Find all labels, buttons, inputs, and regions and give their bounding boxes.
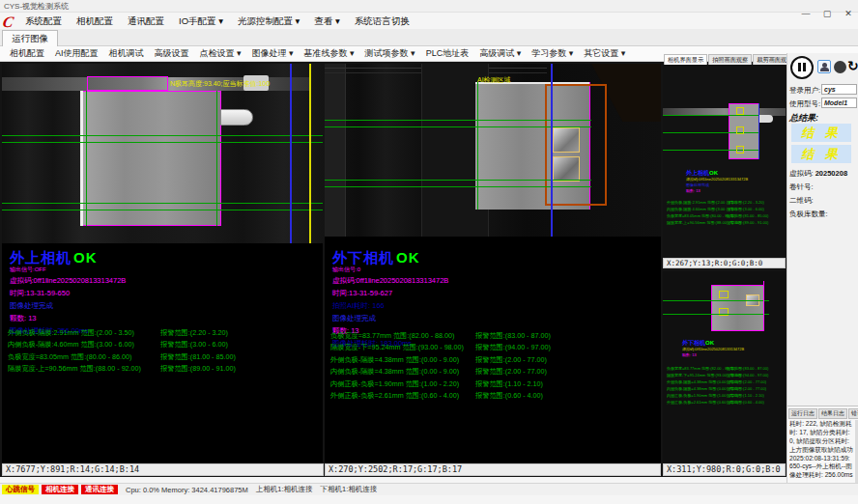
login-user-field[interactable]: cys [821,84,857,95]
overlay-line [663,132,759,133]
electrode-panel-mini [729,103,759,159]
log-tab[interactable]: 运行日志 [788,408,817,419]
process-done-label: 图像处理完成 [332,312,448,324]
measurement-value: 负极宽度=83.77mm 范围:(82.00 - 88.00) [667,366,735,371]
maximize-icon[interactable]: ▢ [820,8,834,19]
alarm-range: 报警范围:(1.10 - 2.10) [475,379,543,389]
menu-item[interactable]: 通讯配置 [128,15,164,28]
overlay-line-blue [290,64,292,243]
camera-name-label: 外下相机 [332,249,394,266]
window-controls: — ▢ ✕ [799,8,855,19]
toolbar-item[interactable]: 测试项参数 ▾ [365,47,415,60]
result-header: 外上相机OK 输出信号:OFF 虚拟码:0ff1line202502081331… [10,249,126,337]
log-tab[interactable]: 错误日志 [848,408,858,419]
toolbar-item[interactable]: 相机配置 [10,47,44,60]
camera-image-mini[interactable]: 外下相机OK 虚拟码:0ff1line2025020813313472B 颗数:… [663,271,786,462]
refresh-button[interactable]: ↻ [847,59,858,72]
toolbar-item[interactable]: 高级设置 [155,47,189,60]
camera-view-outer-upper[interactable]: N极耳高度:93.40;应当标准值:100 外上相机OK 输出信号:OFF 虚拟… [2,64,323,463]
camera-image[interactable]: AI检测区域 [325,64,661,237]
preview-view-bottom[interactable]: 外下相机OK 虚拟码:0ff1line2025020813313472B 颗数:… [663,271,786,462]
preview-tab[interactable]: 拍照画面观察 [708,54,752,65]
minimize-icon[interactable]: — [799,8,813,19]
time-label: 时间:13-31-59-650 [10,287,126,299]
preview-tab[interactable]: 相机界面显示 [664,54,707,65]
toolbar-item[interactable]: 其它设置 ▾ [584,47,625,60]
menu-item[interactable]: 系统语言切换 [355,15,410,28]
alarm-range: 报警范围:(2.20 - 3.20) [160,328,228,338]
toolbar-item[interactable]: 图像处理 ▾ [252,47,294,60]
toolbar-item[interactable]: 点检设置 ▾ [200,47,242,60]
pause-button[interactable] [790,56,814,79]
tab-run-image[interactable]: 运行图像 [2,30,58,46]
toolbar-item[interactable]: 基准线参数 ▾ [304,47,355,60]
camera-view-outer-lower[interactable]: AI检测区域 外下相机OK 输出信号:0 虚拟码:0ff1line2025020… [325,64,661,463]
pixel-coords-preview-top: X:267;Y:13;R:0;G:0;B:0 [663,258,786,268]
toolbar-item[interactable]: 相机调试 [109,47,144,60]
measurement-value: 内侧负极-隔膜:4.60mm 范围:(3.00 - 6.00) [8,340,134,349]
connector-tab-mini [759,115,773,123]
measurement-row: 隔膜宽度-上=90.56mm 范围:(88.00 - 92.00)报警范围:(8… [8,364,321,376]
defect-thumbnail [553,156,580,182]
toolbar-item[interactable]: AI使用配置 [55,47,99,60]
process-mini: 图像处理完成 [686,182,709,187]
measurement-row: 隔膜宽度-下=95.24mm 范围:(93.00 - 98.00)报警范围:(9… [330,343,659,354]
close-icon[interactable]: ✕ [842,8,855,19]
measurement-row: 外侧正极-负极=2.61mm 范围:(0.60 - 4.00)报警范围:(0.6… [330,391,659,403]
camera-image[interactable]: N极耳高度:93.40;应当标准值:100 [2,64,323,243]
measurement-value: 负极宽度=83.77mm 范围:(82.00 - 88.00) [330,331,454,340]
qr-code-label: 二维码: [789,196,814,206]
tab-strip [0,29,858,46]
overlay-line-yellow [309,64,311,243]
camera-name-label: 外上相机 [10,249,72,266]
toolbar-item[interactable]: PLC地址表 [426,47,470,60]
menu-item[interactable]: 系统配置 [25,15,62,28]
menu-item[interactable]: IO手配置 ▾ [179,15,223,28]
camera-mode-button[interactable] [834,61,846,73]
log-tab[interactable]: 结果日志 [818,408,847,419]
measurement-row: 外侧正极-负极=2.61mm 范围:(0.60 - 4.00)报警范围:(0.6… [667,400,783,406]
status-ok-label: OK [396,249,420,266]
toolbar-item[interactable]: 学习参数 ▾ [531,47,573,60]
overlay-line [663,300,769,301]
alarm-range: 报警范围:(83.00 - 87.00) [727,366,768,371]
count-mini: 颗数: 13 [686,188,701,193]
measurement-row: 外侧负极-隔膜=4.38mm 范围:(0.00 - 9.00)报警范围:(2.0… [667,379,783,386]
measurement-value: 外侧负极-隔膜=4.38mm 范围:(0.00 - 9.00) [330,355,459,364]
status-badge: 相机连接 [42,485,78,494]
pin-number-label: 卷针号: [789,182,814,192]
preview-view-top[interactable]: 外上相机OK 虚拟码:0ff1line2025020813313472B 图像处… [663,65,786,258]
measurement-row: 内侧负极-隔膜=4.38mm 范围:(0.00 - 9.00)报警范围:(2.0… [667,386,783,393]
measurement-list: 外侧负极-隔膜:2.91mm 范围:(2.00 - 3.50)报警范围:(2.2… [8,328,321,377]
measurement-list: 负极宽度=83.77mm 范围:(82.00 - 88.00)报警范围:(83.… [330,331,659,403]
menu-item[interactable]: 相机配置 [76,15,113,28]
camera-name-mini: 外上相机 [686,170,709,176]
roi-box-mini [736,107,744,115]
overlay-line [477,82,478,210]
process-done-label: 图像处理完成 [10,299,126,312]
toolbar-item[interactable]: 高级调试 ▾ [479,47,521,60]
user-icon [820,68,829,71]
status-badges: 心跳信号相机连接通讯连接 [2,485,118,494]
camera-image-mini[interactable]: 外上相机OK 虚拟码:0ff1line2025020813313472B 图像处… [663,65,786,258]
overlay-line-blue [758,103,759,159]
connector-tab [220,109,253,126]
camera-name-mini: 外下相机 [682,340,705,346]
overlay-line [2,142,323,143]
menu-item[interactable]: 查看 ▾ [314,15,339,28]
user-lock-button[interactable] [817,60,831,73]
status-badge: 心跳信号 [2,485,39,494]
menu-item[interactable]: 光源控制配置 ▾ [238,15,300,28]
login-user-label: 登录用户: [789,86,820,96]
barcode-field-value: 20250208 [815,169,847,178]
pixel-coords-left: X:7677;Y:891;R:14;G:14;B:14 [2,463,324,476]
model-field[interactable]: Model1 [821,98,857,108]
alarm-range: 报警范围:(2.00 - 77.00) [475,355,547,365]
measurement-value: 外侧负极-隔膜:2.91mm 范围:(2.00 - 3.50) [8,328,134,337]
roi-box-mini [736,146,744,154]
measurement-row: 内侧正极-负极=1.90mm 范围:(1.00 - 2.20)报警范围:(1.1… [667,393,783,400]
alarm-range: 报警范围:(89.00 - 91.00) [160,364,236,374]
alarm-range: 报警范围:(94.00 - 97.00) [475,343,551,352]
alarm-range: 报警范围:(2.20 - 3.20) [727,200,764,205]
ai-time-label: 拍照AI耗时: 166 [332,299,448,312]
